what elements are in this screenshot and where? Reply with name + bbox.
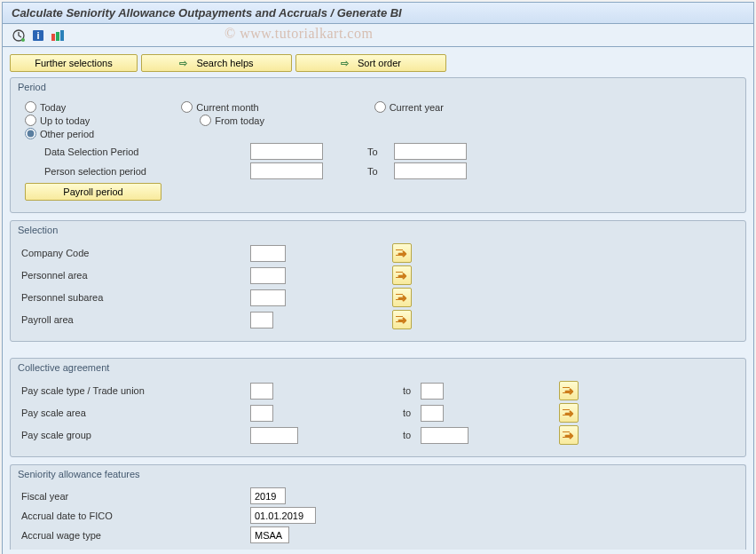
radio-label: From today: [215, 115, 264, 126]
pay-scale-type-from-input[interactable]: [250, 383, 273, 400]
radio-current-month[interactable]: Current month: [181, 101, 258, 113]
label-to: To: [367, 146, 394, 157]
label-company-code: Company Code: [20, 248, 250, 258]
group-title: Selection: [11, 221, 745, 235]
pay-scale-group-from-input[interactable]: [250, 427, 298, 444]
radio-label: Up to today: [40, 115, 90, 126]
accrual-wage-input[interactable]: [250, 526, 289, 543]
seniority-features-group: Seniority allowance features Fiscal year…: [10, 464, 746, 550]
label-person-selection: Person selection period: [20, 166, 250, 177]
top-buttons-row: Further selections ⇨ Search helps ⇨ Sort…: [10, 54, 746, 72]
personnel-area-input[interactable]: [250, 267, 286, 284]
person-selection-from-input[interactable]: [250, 162, 323, 179]
period-group: Period Today Current month Current year …: [10, 77, 746, 213]
execute-icon[interactable]: [12, 28, 26, 43]
label-to: To: [367, 166, 394, 177]
label-pay-scale-type: Pay scale type / Trade union: [20, 385, 250, 396]
company-code-input[interactable]: [250, 245, 286, 262]
pay-scale-area-to-input[interactable]: [421, 405, 444, 422]
group-title: Period: [11, 78, 745, 92]
svg-rect-4: [51, 34, 55, 41]
button-label: Sort order: [358, 58, 401, 68]
arrow-icon: ➜: [398, 313, 407, 327]
arrow-icon: ➜: [398, 291, 407, 305]
svg-point-1: [21, 38, 25, 42]
data-selection-from-input[interactable]: [250, 143, 323, 160]
radio-from-today[interactable]: From today: [200, 115, 264, 126]
selection-group: Selection Company Code ➜ Personnel area …: [10, 220, 746, 342]
person-selection-to-input[interactable]: [394, 162, 467, 179]
personnel-subarea-input[interactable]: [250, 289, 286, 306]
multi-select-personnel-subarea[interactable]: ➜: [392, 288, 412, 307]
app-window: Calculate Seniority Allowance Outpayment…: [2, 2, 754, 554]
label-payroll-area: Payroll area: [20, 314, 250, 325]
multi-select-pay-scale-type[interactable]: ➜: [559, 381, 579, 400]
sort-order-button[interactable]: ⇨ Sort order: [295, 54, 446, 72]
label-accrual-date: Accrual date to FICO: [20, 510, 250, 521]
label-accrual-wage: Accrual wage type: [20, 530, 250, 541]
svg-text:i: i: [36, 30, 39, 41]
payroll-area-input[interactable]: [250, 312, 273, 328]
button-label: Payroll period: [63, 186, 122, 197]
svg-rect-6: [60, 30, 64, 41]
radio-label: Current year: [390, 102, 444, 113]
payroll-period-button[interactable]: Payroll period: [25, 183, 161, 201]
pay-scale-type-to-input[interactable]: [421, 383, 444, 400]
data-selection-to-input[interactable]: [394, 143, 467, 160]
fiscal-year-input[interactable]: [250, 487, 286, 504]
radio-label: Today: [40, 102, 66, 113]
label-fiscal-year: Fiscal year: [20, 491, 250, 502]
radio-label: Other period: [40, 129, 94, 139]
variant-icon[interactable]: [51, 28, 65, 43]
arrow-icon: ➜: [398, 269, 407, 282]
further-selections-button[interactable]: Further selections: [10, 54, 138, 72]
collective-agreement-group: Collective agreement Pay scale type / Tr…: [10, 358, 746, 457]
info-icon[interactable]: i: [31, 28, 45, 43]
arrow-icon: ⇨: [341, 58, 349, 69]
group-title: Seniority allowance features: [11, 465, 745, 479]
arrow-icon: ➜: [564, 429, 574, 442]
multi-select-pay-scale-group[interactable]: ➜: [559, 425, 579, 445]
svg-rect-5: [56, 32, 59, 41]
label-to: to: [403, 430, 421, 440]
arrow-icon: ➜: [564, 407, 574, 420]
label-to: to: [403, 385, 421, 396]
label-to: to: [403, 408, 421, 418]
radio-current-year[interactable]: Current year: [374, 101, 444, 113]
label-pay-scale-area: Pay scale area: [20, 408, 250, 418]
label-data-selection: Data Selection Period: [20, 146, 250, 157]
multi-select-pay-scale-area[interactable]: ➜: [559, 403, 579, 423]
radio-up-to-today[interactable]: Up to today: [25, 115, 90, 126]
radio-other-period[interactable]: Other period: [25, 128, 736, 139]
content-area: Further selections ⇨ Search helps ⇨ Sort…: [3, 47, 753, 554]
accrual-date-input[interactable]: [250, 507, 316, 524]
group-title: Collective agreement: [11, 359, 745, 373]
radio-today[interactable]: Today: [25, 101, 66, 113]
watermark-text: © www.tutorialkart.com: [224, 26, 373, 42]
label-personnel-subarea: Personnel subarea: [20, 292, 250, 303]
title-bar: Calculate Seniority Allowance Outpayment…: [3, 3, 753, 24]
multi-select-personnel-area[interactable]: ➜: [392, 265, 412, 285]
pay-scale-area-from-input[interactable]: [250, 405, 273, 422]
multi-select-company-code[interactable]: ➜: [392, 243, 412, 263]
page-title: Calculate Seniority Allowance Outpayment…: [12, 6, 402, 20]
radio-label: Current month: [196, 102, 258, 113]
arrow-icon: ⇨: [179, 58, 187, 69]
search-helps-button[interactable]: ⇨ Search helps: [141, 54, 292, 72]
button-label: Search helps: [196, 58, 253, 68]
arrow-icon: ➜: [398, 247, 407, 260]
label-personnel-area: Personnel area: [20, 270, 250, 281]
pay-scale-group-to-input[interactable]: [421, 427, 469, 444]
label-pay-scale-group: Pay scale group: [20, 430, 250, 440]
multi-select-payroll-area[interactable]: ➜: [392, 310, 412, 329]
system-toolbar: i © www.tutorialkart.com: [3, 24, 753, 47]
arrow-icon: ➜: [564, 384, 574, 398]
button-label: Further selections: [35, 58, 112, 68]
